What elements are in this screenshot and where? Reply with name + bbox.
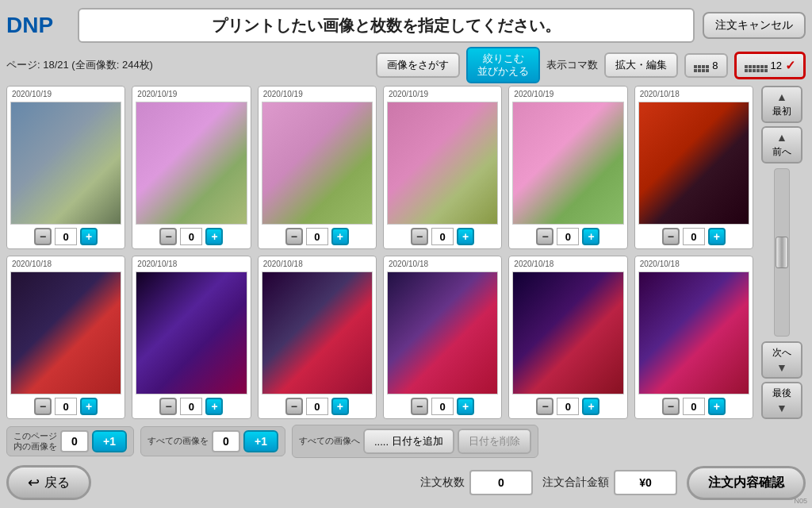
plus-btn-2[interactable]: + [205,228,223,245]
photo-date-7: 2020/10/18 [12,260,52,268]
photo-thumb-1[interactable] [10,102,121,225]
photo-thumb-9[interactable] [262,271,373,394]
filter-button[interactable]: 絞りこむ 並びかえる [466,47,540,83]
all-qty-display: 0 [212,430,240,452]
photo-thumb-11[interactable] [512,271,623,394]
order-count-label: 注文枚数 [420,475,465,490]
last-page-button[interactable]: 最後 ▼ [761,382,802,419]
date-del-button[interactable]: 日付を削除 [458,429,531,454]
photo-card-11: 2020/10/18 − 0 + [508,256,627,419]
photo-thumb-2[interactable] [136,102,247,225]
first-arrow-icon: ▲ [776,90,787,103]
plus-btn-9[interactable]: + [331,398,349,415]
photo-card-3: 2020/10/19 − 0 + [258,86,377,249]
minus-btn-11[interactable]: − [536,398,553,415]
plus-btn-1[interactable]: + [80,228,98,245]
grid12-icon [745,59,768,72]
sidebar-nav: ▲ 最初 ▲ 前へ 次へ ▼ 最後 ▼ [758,86,806,419]
photo-controls-10: − 0 + [411,398,474,415]
photos-grid: 2020/10/19 − 0 + 2020/10/19 − 0 + 2020/1… [6,86,753,419]
prev-page-button[interactable]: ▲ 前へ [761,126,802,164]
photo-date-4: 2020/10/19 [389,90,428,98]
plus-btn-7[interactable]: + [80,398,98,415]
photo-date-2: 2020/10/19 [137,90,177,98]
minus-btn-9[interactable]: − [285,398,303,415]
plus-btn-3[interactable]: + [331,228,349,245]
page-plus1-button[interactable]: +1 [92,430,127,452]
plus-btn-8[interactable]: + [205,398,223,415]
scrollbar-track[interactable] [774,168,790,337]
photo-card-9: 2020/10/18 − 0 + [258,256,377,419]
photo-date-3: 2020/10/19 [263,90,303,98]
photo-date-9: 2020/10/18 [263,260,303,268]
minus-btn-2[interactable]: − [159,228,177,245]
minus-btn-8[interactable]: − [159,398,177,415]
qty-display-12: 0 [683,398,705,415]
cancel-button[interactable]: 注文キャンセル [703,12,806,39]
last-label: 最後 [772,387,791,400]
photo-controls-7: − 0 + [34,398,98,415]
plus-btn-11[interactable]: + [582,398,599,415]
photo-date-8: 2020/10/18 [137,260,177,268]
scrollbar-thumb[interactable] [776,237,788,268]
photo-controls-1: − 0 + [34,228,98,245]
toolbar: ページ: 18/21 (全画像数: 244枚) 画像をさがす 絞りこむ 並びかえ… [6,49,806,81]
photo-thumb-7[interactable] [10,271,121,394]
date-to-all-label: すべての画像へ [299,436,360,446]
photo-thumb-10[interactable] [387,271,498,394]
zoom-edit-button[interactable]: 拡大・編集 [604,52,678,78]
back-button[interactable]: ↩ 戻る [6,465,91,500]
page-ctrl-group: このページ 内の画像を 0 +1 [6,426,134,456]
date-add-button[interactable]: ..... 日付を追加 [363,429,454,454]
plus-btn-5[interactable]: + [582,228,599,245]
next-label: 次へ [772,346,791,360]
photo-date-5: 2020/10/19 [514,90,553,98]
plus-btn-6[interactable]: + [708,228,726,245]
next-arrow-icon: ▼ [776,361,787,374]
minus-btn-5[interactable]: − [536,228,553,245]
plus-btn-10[interactable]: + [457,398,474,415]
page-qty-display: 0 [60,430,89,452]
order-total-group: 注文合計金額 ¥0 [542,470,677,495]
next-page-button[interactable]: 次へ ▼ [761,341,802,379]
photo-controls-4: − 0 + [411,228,474,245]
confirm-button[interactable]: 注文内容確認 [687,466,806,500]
photo-thumb-5[interactable] [512,102,623,225]
view8-button[interactable]: 8 [684,53,727,78]
plus-btn-4[interactable]: + [457,228,474,245]
last-arrow-icon: ▼ [776,402,787,414]
minus-btn-3[interactable]: − [285,228,303,245]
minus-btn-6[interactable]: − [662,228,680,245]
photo-controls-6: − 0 + [662,228,726,245]
photo-thumb-12[interactable] [638,271,749,394]
active-checkmark: ✓ [785,58,795,73]
first-page-button[interactable]: ▲ 最初 [761,86,802,123]
qty-display-3: 0 [306,228,328,245]
search-button[interactable]: 画像をさがす [376,52,460,78]
qty-display-5: 0 [557,228,579,245]
all-plus1-button[interactable]: +1 [243,430,278,452]
photo-thumb-6[interactable] [638,102,749,225]
view12-button[interactable]: 12 ✓ [734,52,806,79]
qty-display-4: 0 [431,228,454,245]
minus-btn-7[interactable]: − [34,398,52,415]
plus-btn-12[interactable]: + [708,398,726,415]
photo-thumb-4[interactable] [387,102,498,225]
photo-thumb-3[interactable] [262,102,373,225]
back-arrow-icon: ↩ [28,474,40,491]
minus-btn-4[interactable]: − [411,228,428,245]
header: DNP プリントしたい画像と枚数を指定してください。 注文キャンセル [6,6,806,44]
view-label: 表示コマ数 [546,58,598,72]
main-content: 2020/10/19 − 0 + 2020/10/19 − 0 + 2020/1… [6,86,806,419]
photo-date-10: 2020/10/18 [389,260,428,268]
photo-thumb-8[interactable] [136,271,247,394]
minus-btn-1[interactable]: − [34,228,52,245]
photo-card-12: 2020/10/18 − 0 + [634,256,753,419]
qty-display-6: 0 [683,228,705,245]
date-add-prefix: ..... [374,436,389,448]
page-ctrl-label: このページ 内の画像を [13,431,57,452]
minus-btn-12[interactable]: − [662,398,680,415]
minus-btn-10[interactable]: − [411,398,428,415]
qty-display-7: 0 [55,398,77,415]
photo-card-7: 2020/10/18 − 0 + [6,256,125,419]
